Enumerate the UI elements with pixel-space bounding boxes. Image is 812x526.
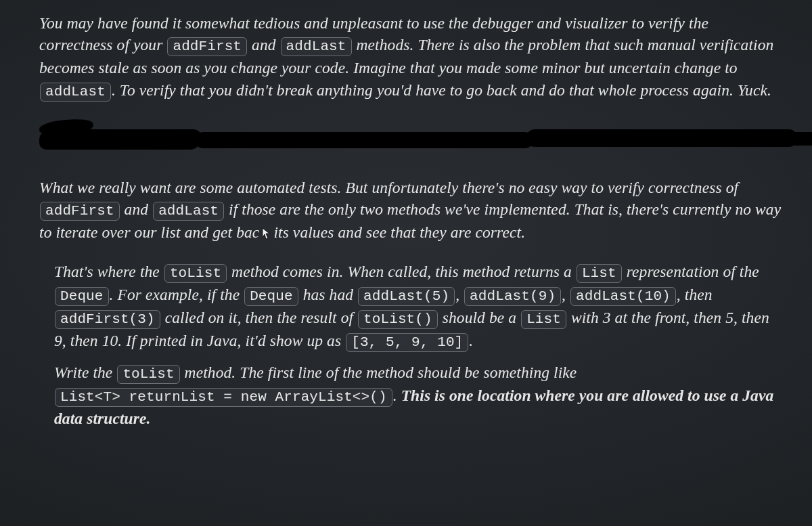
code-addlast-10: addLast(10): [570, 287, 676, 306]
text: .: [393, 387, 401, 404]
scribble-mark: [777, 132, 812, 146]
text: and: [248, 36, 280, 53]
text: , then: [677, 286, 713, 303]
paragraph-intro: You may have found it somewhat tedious a…: [39, 12, 784, 102]
text: representation of the: [623, 263, 759, 280]
code-tolist: toList: [117, 365, 179, 384]
code-list: List: [577, 264, 622, 283]
code-list: List: [521, 310, 566, 329]
code-addfirst: addFirst: [40, 202, 120, 221]
text: its values and see that they are correct…: [273, 223, 525, 241]
code-addlast-9: addLast(9): [464, 287, 561, 306]
code-tolist-call: toList(): [358, 310, 438, 329]
code-addlast: addLast: [153, 202, 224, 221]
text: has had: [299, 286, 357, 303]
code-arraylist-decl: List<T> returnList = new ArrayList<>(): [55, 388, 392, 407]
text: . To verify that you didn't break anythi…: [112, 81, 771, 99]
cursor-icon: [261, 223, 273, 245]
code-result-array: [3, 5, 9, 10]: [346, 333, 468, 352]
text: method comes in. When called, this metho…: [227, 263, 576, 280]
code-deque: Deque: [244, 287, 298, 306]
text: . For example, if the: [110, 286, 244, 303]
code-tolist: toList: [164, 264, 227, 283]
text: and: [120, 200, 153, 218]
text: What we really want are some automated t…: [39, 179, 738, 196]
document-page: You may have found it somewhat tedious a…: [0, 0, 812, 458]
paragraph-write-tolist: Write the toList method. The first line …: [39, 361, 784, 429]
paragraph-automated-tests: What we really want are some automated t…: [39, 177, 784, 246]
text: method. The first line of the method sho…: [181, 364, 577, 381]
scribble-mark: [526, 129, 797, 147]
text: should be a: [438, 309, 520, 326]
code-deque: Deque: [55, 287, 109, 306]
code-addlast: addLast: [40, 83, 111, 102]
text: Write the: [54, 364, 116, 381]
text: called on it, then the result of: [161, 309, 357, 326]
scribble-mark: [195, 132, 533, 148]
redacted-scribble: [39, 117, 784, 156]
code-addfirst-3: addFirst(3): [55, 310, 160, 329]
text: .: [469, 332, 473, 349]
code-addlast-5: addLast(5): [358, 287, 455, 306]
text: ,: [562, 286, 570, 303]
paragraph-tolist-explain: That's where the toList method comes in.…: [39, 261, 784, 353]
text: That's where the: [54, 263, 164, 280]
code-addfirst: addFirst: [167, 37, 247, 56]
code-addlast: addLast: [281, 37, 352, 56]
text: ,: [455, 286, 464, 303]
